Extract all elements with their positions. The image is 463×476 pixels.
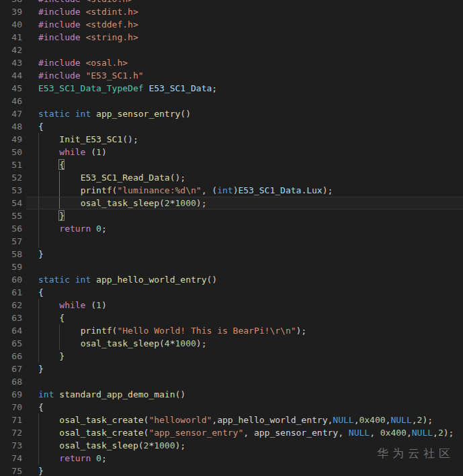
code-text: } (38, 465, 44, 476)
line-number[interactable]: 46 (0, 95, 22, 107)
line-number[interactable]: 58 (0, 248, 22, 260)
code-text: { (38, 401, 44, 414)
line-number[interactable]: 73 (0, 439, 22, 452)
line-number[interactable]: 71 (0, 414, 22, 426)
line-number[interactable]: 38 (0, 0, 22, 5)
watermark: 华为云社区 (377, 446, 454, 461)
line-number[interactable]: 69 (0, 388, 22, 401)
code-line[interactable]: 64 printf("Hello World! This is BearPi!\… (0, 324, 463, 337)
code-line[interactable]: 41#include <string.h> (0, 31, 463, 44)
code-line[interactable]: 44#include "E53_SC1.h" (0, 69, 463, 82)
line-number[interactable]: 42 (0, 44, 22, 56)
line-number[interactable]: 64 (0, 324, 22, 337)
line-number[interactable]: 65 (0, 337, 22, 350)
code-line[interactable]: 70{ (0, 401, 463, 414)
code-text: } (38, 350, 65, 363)
code-text: { (38, 286, 44, 299)
line-number[interactable]: 41 (0, 31, 22, 44)
line-number[interactable]: 63 (0, 312, 22, 324)
code-line[interactable]: 53 printf("luminance:%d\n", (int)E53_SC1… (0, 184, 463, 197)
line-number[interactable]: 56 (0, 222, 22, 235)
line-number[interactable]: 57 (0, 235, 22, 248)
code-text: int standard_app_demo_main() (38, 388, 185, 401)
line-number[interactable]: 54 (0, 197, 22, 209)
code-line[interactable]: 48{ (0, 120, 463, 133)
line-number[interactable]: 53 (0, 184, 22, 197)
line-number[interactable]: 48 (0, 120, 22, 133)
line-number[interactable]: 47 (0, 107, 22, 120)
code-line[interactable]: 55 } (0, 209, 463, 222)
code-line[interactable]: 67} (0, 363, 463, 375)
line-number[interactable]: 75 (0, 465, 22, 476)
code-editor[interactable]: 38#include <stdio.h>39#include <stdint.h… (0, 0, 463, 476)
editor-content[interactable]: 38#include <stdio.h>39#include <stdint.h… (0, 0, 463, 476)
code-line[interactable]: 51 { (0, 158, 463, 171)
code-line[interactable]: 59 (0, 260, 463, 273)
code-text: } (38, 363, 44, 375)
code-line[interactable]: 66 } (0, 350, 463, 363)
line-number[interactable]: 50 (0, 146, 22, 158)
code-line[interactable]: 45E53_SC1_Data_TypeDef E53_SC1_Data; (0, 82, 463, 95)
code-line[interactable]: 58} (0, 248, 463, 260)
code-text: return 0; (38, 452, 107, 465)
code-line[interactable]: 60static int app_hello_world_entry() (0, 273, 463, 286)
code-text: osal_task_sleep(2*1000); (38, 439, 185, 452)
line-number[interactable]: 70 (0, 401, 22, 414)
code-line[interactable]: 46 (0, 95, 463, 107)
code-line[interactable]: 57 (0, 235, 463, 248)
code-line[interactable]: 52 E53_SC1_Read_Data(); (0, 171, 463, 184)
code-line[interactable]: 38#include <stdio.h> (0, 0, 463, 5)
code-text: #include "E53_SC1.h" (38, 69, 144, 82)
line-number[interactable]: 39 (0, 5, 22, 18)
code-line[interactable]: 62 while (1) (0, 299, 463, 312)
code-text: #include <stdio.h> (38, 0, 133, 5)
code-line[interactable]: 72 osal_task_create("app_sensor_entry", … (0, 426, 463, 439)
line-number[interactable]: 52 (0, 171, 22, 184)
line-number[interactable]: 62 (0, 299, 22, 312)
code-text: Init_E53_SC1(); (38, 133, 138, 146)
line-number[interactable]: 49 (0, 133, 22, 146)
line-number[interactable]: 72 (0, 426, 22, 439)
code-line[interactable]: 75} (0, 465, 463, 476)
code-line[interactable]: 50 while (1) (0, 146, 463, 158)
line-number[interactable]: 40 (0, 18, 22, 31)
line-number[interactable]: 45 (0, 82, 22, 95)
code-line[interactable]: 43#include <osal.h> (0, 56, 463, 69)
code-line[interactable]: 49 Init_E53_SC1(); (0, 133, 463, 146)
code-line[interactable]: 54 osal_task_sleep(2*1000); (0, 197, 463, 209)
code-text: osal_task_sleep(4*1000); (38, 337, 206, 350)
code-line[interactable]: 61{ (0, 286, 463, 299)
code-line[interactable]: 68 (0, 375, 463, 388)
code-text: printf("luminance:%d\n", (int)E53_SC1_Da… (38, 184, 333, 197)
line-number[interactable]: 55 (0, 209, 22, 222)
code-line[interactable]: 56 return 0; (0, 222, 463, 235)
line-number[interactable]: 66 (0, 350, 22, 363)
line-number[interactable]: 68 (0, 375, 22, 388)
code-text: { (38, 158, 65, 171)
code-text: static int app_sensor_entry() (38, 107, 191, 120)
line-number[interactable]: 61 (0, 286, 22, 299)
code-text: { (38, 312, 65, 324)
code-text: static int app_hello_world_entry() (38, 273, 217, 286)
code-text: E53_SC1_Data_TypeDef E53_SC1_Data; (38, 82, 217, 95)
line-number[interactable]: 67 (0, 363, 22, 375)
code-line[interactable]: 65 osal_task_sleep(4*1000); (0, 337, 463, 350)
code-line[interactable]: 42 (0, 44, 463, 56)
code-text: osal_task_sleep(2*1000); (38, 197, 206, 209)
code-line[interactable]: 63 { (0, 312, 463, 324)
code-line[interactable]: 47static int app_sensor_entry() (0, 107, 463, 120)
code-text: } (38, 248, 44, 260)
code-line[interactable]: 71 osal_task_create("helloworld",app_hel… (0, 414, 463, 426)
code-text: #include <osal.h> (38, 56, 128, 69)
code-text: osal_task_create("helloworld",app_hello_… (38, 414, 433, 426)
code-text: #include <string.h> (38, 31, 138, 44)
code-line[interactable]: 40#include <stddef.h> (0, 18, 463, 31)
line-number[interactable]: 60 (0, 273, 22, 286)
code-line[interactable]: 39#include <stdint.h> (0, 5, 463, 18)
code-line[interactable]: 69int standard_app_demo_main() (0, 388, 463, 401)
line-number[interactable]: 44 (0, 69, 22, 82)
line-number[interactable]: 59 (0, 260, 22, 273)
line-number[interactable]: 51 (0, 158, 22, 171)
line-number[interactable]: 43 (0, 56, 22, 69)
line-number[interactable]: 74 (0, 452, 22, 465)
